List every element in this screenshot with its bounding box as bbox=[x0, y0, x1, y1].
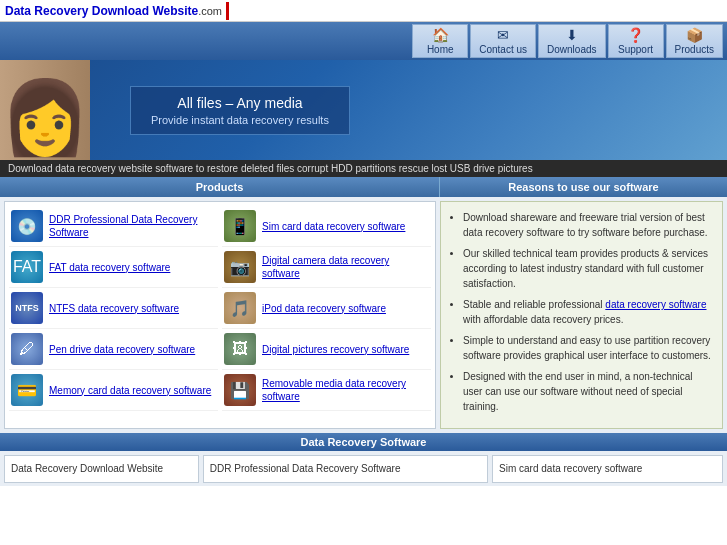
hero-banner: 👩 All files – Any media Provide instant … bbox=[0, 60, 727, 160]
tagline-text: Download data recovery website software … bbox=[8, 163, 533, 174]
reasons-panel: Download shareware and freeware trial ve… bbox=[440, 201, 723, 429]
product-item-ipod: 🎵 iPod data recovery software bbox=[222, 288, 431, 329]
hero-text-box: All files – Any media Provide instant da… bbox=[130, 86, 350, 135]
nav-icon-products: 📦 bbox=[686, 27, 703, 43]
product-icon-ddr: 💿 bbox=[11, 210, 43, 242]
product-link-fat[interactable]: FAT data recovery software bbox=[49, 261, 170, 274]
product-icon-sim: 📱 bbox=[224, 210, 256, 242]
bottom-section: Data Recovery Download Website DDR Profe… bbox=[0, 451, 727, 486]
product-icon-ntfs: NTFS bbox=[11, 292, 43, 324]
product-item-mem: 💳 Memory card data recovery software bbox=[9, 370, 218, 411]
nav-item-contact[interactable]: ✉Contact us bbox=[470, 24, 536, 58]
products-section-header: Products bbox=[0, 177, 440, 197]
reasons-section-header: Reasons to use our software bbox=[440, 177, 727, 197]
product-icon-fat: FAT bbox=[11, 251, 43, 283]
bottom-left-text: Data Recovery Download Website bbox=[11, 463, 163, 474]
nav-label-contact: Contact us bbox=[479, 44, 527, 55]
product-item-ntfs: NTFS NTFS data recovery software bbox=[9, 288, 218, 329]
product-icon-ipod: 🎵 bbox=[224, 292, 256, 324]
product-icon-rem: 💾 bbox=[224, 374, 256, 406]
product-link-ipod[interactable]: iPod data recovery software bbox=[262, 302, 386, 315]
bottom-right-text: Sim card data recovery software bbox=[499, 463, 642, 474]
product-link-pen[interactable]: Pen drive data recovery software bbox=[49, 343, 195, 356]
reason-item-2: Stable and reliable professional data re… bbox=[463, 297, 714, 327]
nav-item-support[interactable]: ❓Support bbox=[608, 24, 664, 58]
reason-item-0: Download shareware and freeware trial ve… bbox=[463, 210, 714, 240]
products-col-left: 💿 DDR Professional Data Recovery Softwar… bbox=[9, 206, 218, 411]
nav-icon-downloads: ⬇ bbox=[566, 27, 578, 43]
product-item-pen: 🖊 Pen drive data recovery software bbox=[9, 329, 218, 370]
header-divider bbox=[226, 2, 229, 20]
dr-link[interactable]: data recovery software bbox=[605, 299, 706, 310]
reason-item-4: Designed with the end user in mind, a no… bbox=[463, 369, 714, 414]
products-grid: 💿 DDR Professional Data Recovery Softwar… bbox=[9, 206, 431, 411]
nav-label-products: Products bbox=[675, 44, 714, 55]
product-icon-pen: 🖊 bbox=[11, 333, 43, 365]
product-link-sim[interactable]: Sim card data recovery software bbox=[262, 220, 405, 233]
product-link-ntfs[interactable]: NTFS data recovery software bbox=[49, 302, 179, 315]
site-title-link[interactable]: Data Recovery Download Website bbox=[5, 4, 198, 18]
tagline-bar: Download data recovery website software … bbox=[0, 160, 727, 177]
product-link-cam[interactable]: Digital camera data recovery software bbox=[262, 254, 429, 280]
reasons-list: Download shareware and freeware trial ve… bbox=[463, 210, 714, 414]
product-link-mem[interactable]: Memory card data recovery software bbox=[49, 384, 211, 397]
bottom-right-panel[interactable]: Sim card data recovery software bbox=[492, 455, 723, 483]
bottom-left-panel[interactable]: Data Recovery Download Website bbox=[4, 455, 199, 483]
nav-label-home: Home bbox=[427, 44, 454, 55]
nav-label-downloads: Downloads bbox=[547, 44, 596, 55]
nav-label-support: Support bbox=[618, 44, 653, 55]
product-icon-cam: 📷 bbox=[224, 251, 256, 283]
product-item-ddr: 💿 DDR Professional Data Recovery Softwar… bbox=[9, 206, 218, 247]
product-item-cam: 📷 Digital camera data recovery software bbox=[222, 247, 431, 288]
site-title-suffix: .com bbox=[198, 5, 222, 17]
product-item-pic: 🖼 Digital pictures recovery software bbox=[222, 329, 431, 370]
product-item-rem: 💾 Removable media data recovery software bbox=[222, 370, 431, 411]
hero-person-image: 👩 bbox=[0, 60, 90, 160]
reason-item-3: Simple to understand and easy to use par… bbox=[463, 333, 714, 363]
products-panel: 💿 DDR Professional Data Recovery Softwar… bbox=[4, 201, 436, 429]
footer-bar-text: Data Recovery Software bbox=[301, 436, 427, 448]
nav-item-products[interactable]: 📦Products bbox=[666, 24, 723, 58]
header-bar: Data Recovery Download Website .com bbox=[0, 0, 727, 22]
nav-icon-contact: ✉ bbox=[497, 27, 509, 43]
product-link-rem[interactable]: Removable media data recovery software bbox=[262, 377, 429, 403]
navbar: 🏠Home✉Contact us⬇Downloads❓Support📦Produ… bbox=[0, 22, 727, 60]
products-col-right: 📱 Sim card data recovery software 📷 Digi… bbox=[222, 206, 431, 411]
section-headers: Products Reasons to use our software bbox=[0, 177, 727, 197]
bottom-mid-text: DDR Professional Data Recovery Software bbox=[210, 463, 401, 474]
footer-bar: Data Recovery Software bbox=[0, 433, 727, 451]
hero-line2: Provide instant data recovery results bbox=[151, 114, 329, 126]
product-link-pic[interactable]: Digital pictures recovery software bbox=[262, 343, 409, 356]
nav-item-home[interactable]: 🏠Home bbox=[412, 24, 468, 58]
main-content: 💿 DDR Professional Data Recovery Softwar… bbox=[0, 197, 727, 433]
reason-item-1: Our skilled technical team provides prod… bbox=[463, 246, 714, 291]
product-item-sim: 📱 Sim card data recovery software bbox=[222, 206, 431, 247]
product-link-ddr[interactable]: DDR Professional Data Recovery Software bbox=[49, 213, 216, 239]
nav-icon-home: 🏠 bbox=[432, 27, 449, 43]
product-icon-mem: 💳 bbox=[11, 374, 43, 406]
nav-item-downloads[interactable]: ⬇Downloads bbox=[538, 24, 605, 58]
nav-icon-support: ❓ bbox=[627, 27, 644, 43]
hero-line1: All files – Any media bbox=[151, 95, 329, 111]
bottom-mid-panel[interactable]: DDR Professional Data Recovery Software bbox=[203, 455, 488, 483]
product-item-fat: FAT FAT data recovery software bbox=[9, 247, 218, 288]
product-icon-pic: 🖼 bbox=[224, 333, 256, 365]
